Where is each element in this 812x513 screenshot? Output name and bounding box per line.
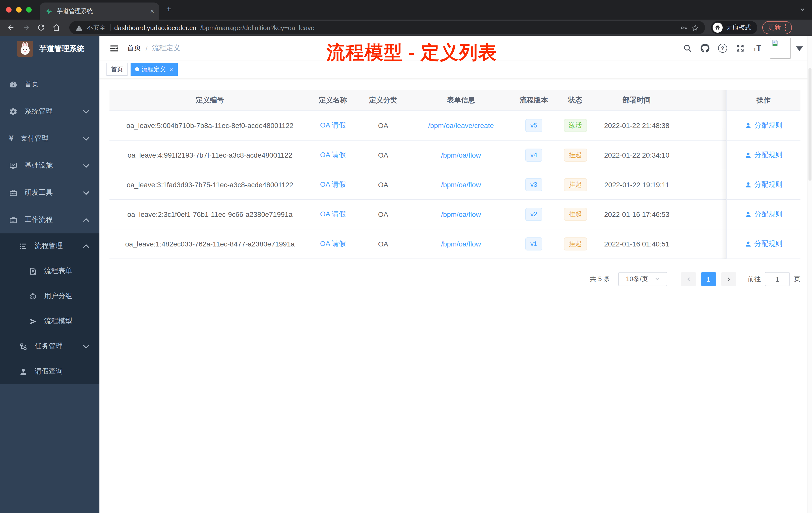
form-icon: [29, 267, 37, 275]
sidebar-item-label: 用户分组: [44, 292, 90, 301]
app-logo[interactable]: 芋道管理系统: [0, 36, 99, 62]
font-size-icon[interactable]: TT: [753, 44, 761, 52]
assign-rule-link[interactable]: 分配规则: [745, 239, 782, 248]
tag-active[interactable]: 流程定义×: [130, 63, 177, 76]
form-link[interactable]: /bpm/oa/flow: [441, 240, 481, 248]
search-icon[interactable]: [683, 44, 692, 53]
security-warning-icon[interactable]: [75, 24, 83, 31]
definition-name-link[interactable]: OA 请假: [320, 239, 346, 248]
definition-name-link[interactable]: OA 请假: [320, 180, 346, 189]
sidebar-item-label: 研发工具: [25, 188, 82, 197]
navbar-actions: ? TT: [683, 38, 804, 59]
next-page-button[interactable]: [721, 272, 736, 286]
sidebar-item-workflow[interactable]: 工作流程: [0, 206, 99, 233]
browser-tab[interactable]: 芋道管理系统 ×: [40, 2, 159, 20]
sidebar-item-leave-query[interactable]: 请假查询: [0, 359, 99, 384]
tag-close-icon[interactable]: ×: [169, 66, 173, 72]
scrollbar-thumb[interactable]: [809, 68, 812, 181]
cell-status: 挂起: [556, 200, 594, 229]
back-icon[interactable]: [7, 24, 15, 32]
page-scrollbar[interactable]: [808, 36, 812, 513]
assign-rule-link[interactable]: 分配规则: [745, 210, 782, 219]
form-link[interactable]: /bpm/oa/flow: [441, 151, 481, 159]
form-link[interactable]: /bpm/oa/flow: [441, 181, 481, 189]
cell-definition-name: OA 请假: [310, 141, 355, 170]
reload-icon[interactable]: [37, 24, 45, 32]
assign-rule-link[interactable]: 分配规则: [745, 121, 782, 130]
main-area: 首页 / 流程定义 ? TT: [99, 36, 812, 513]
sidebar-item-devtools[interactable]: 研发工具: [0, 179, 99, 206]
assign-rule-link[interactable]: 分配规则: [745, 180, 782, 189]
cell-deploy-time: 2022-01-16 01:40:51: [594, 230, 726, 259]
dashboard-icon: [9, 80, 18, 89]
password-key-icon[interactable]: [680, 24, 688, 31]
status-badge: 挂起: [564, 178, 587, 191]
page-number-button[interactable]: 1: [701, 272, 716, 286]
tab-search-chevron-icon[interactable]: [800, 6, 806, 12]
send-icon: [29, 317, 37, 326]
chevron-down-icon: [82, 107, 90, 116]
url-bar[interactable]: 不安全 dashboard.yudao.iocoder.cn/bpm/manag…: [69, 21, 705, 34]
breadcrumb-current: 流程定义: [152, 44, 180, 53]
goto-page-input[interactable]: [765, 272, 790, 286]
window-zoom-button[interactable]: [26, 7, 32, 12]
user-icon: [745, 211, 752, 218]
sidebar-item-home[interactable]: 首页: [0, 71, 99, 98]
form-link[interactable]: /bpm/oa/leave/create: [428, 121, 494, 129]
definition-name-link[interactable]: OA 请假: [320, 210, 346, 219]
cell-action: 分配规则: [726, 141, 801, 170]
browser-tab-strip: 芋道管理系统 × +: [0, 0, 812, 20]
cell-deploy-time: 2022-01-16 17:46:53: [594, 200, 726, 229]
tag-inactive[interactable]: 首页: [107, 63, 127, 76]
table-row: oa_leave:5:004b710b-7b8a-11ec-8ef0-acde4…: [110, 111, 801, 141]
table-body: oa_leave:5:004b710b-7b8a-11ec-8ef0-acde4…: [110, 111, 801, 259]
sidebar-item-payment[interactable]: ¥支付管理: [0, 125, 99, 152]
cell-category: OA: [355, 200, 411, 229]
incognito-badge: 无痕模式: [711, 21, 757, 34]
cell-deploy-time: 2022-01-22 19:19:11: [594, 170, 726, 199]
github-icon[interactable]: [700, 44, 709, 53]
sidebar-item-process-form[interactable]: 流程表单: [0, 259, 99, 283]
avatar-caret-down-icon[interactable]: [795, 44, 804, 53]
url-host: dashboard.yudao.iocoder.cn: [114, 24, 196, 31]
annotation-overlay: 流程模型 - 定义列表: [326, 40, 497, 65]
cell-status: 挂起: [556, 170, 594, 199]
table-header-row: 定义编号定义名称定义分类表单信息流程版本状态部署时间操作: [110, 90, 801, 111]
cell-form-info: /bpm/oa/flow: [411, 230, 511, 259]
user-icon: [745, 152, 752, 159]
sidebar-item-task-manage[interactable]: 任务管理: [0, 334, 99, 359]
sidebar-item-process-model[interactable]: 流程模型: [0, 309, 99, 334]
pagination-total: 共 5 条: [590, 275, 610, 283]
breadcrumb-home[interactable]: 首页: [127, 44, 141, 53]
hamburger-icon[interactable]: [110, 43, 119, 53]
sidebar-item-system[interactable]: 系统管理: [0, 98, 99, 125]
page-size-select[interactable]: 10条/页: [618, 272, 667, 286]
browser-menu-kebab-icon[interactable]: [784, 24, 786, 31]
help-icon[interactable]: ?: [718, 44, 727, 53]
sidebar-item-process-manage[interactable]: 流程管理: [0, 233, 99, 259]
sidebar-item-infra[interactable]: 基础设施: [0, 152, 99, 179]
new-tab-button[interactable]: +: [166, 4, 172, 14]
version-badge: v2: [525, 208, 542, 221]
browser-update-button[interactable]: 更新: [762, 21, 792, 34]
home-icon[interactable]: [52, 24, 60, 32]
form-link[interactable]: /bpm/oa/flow: [441, 210, 481, 218]
fullscreen-icon[interactable]: [736, 44, 745, 53]
page-content: 定义编号定义名称定义分类表单信息流程版本状态部署时间操作 oa_leave:5:…: [99, 78, 812, 286]
avatar-broken-image[interactable]: [770, 38, 791, 59]
window-minimize-button[interactable]: [16, 7, 22, 12]
definition-name-link[interactable]: OA 请假: [320, 121, 346, 130]
tab-close-icon[interactable]: ×: [150, 7, 154, 14]
sidebar-item-user-group[interactable]: 用户分组: [0, 283, 99, 309]
update-label: 更新: [768, 23, 781, 32]
window-close-button[interactable]: [6, 7, 11, 12]
user-avatar-menu[interactable]: [770, 38, 804, 59]
sidebar: 芋道管理系统 首页系统管理¥支付管理基础设施研发工具工作流程流程管理流程表单用户…: [0, 36, 99, 513]
table-row: oa_leave:1:482ec033-762a-11ec-8477-a2380…: [110, 230, 801, 259]
prev-page-button[interactable]: [681, 272, 696, 286]
bookmark-star-icon[interactable]: [692, 24, 699, 31]
forward-icon[interactable]: [22, 24, 30, 32]
assign-rule-link[interactable]: 分配规则: [745, 151, 782, 160]
definitions-table: 定义编号定义名称定义分类表单信息流程版本状态部署时间操作 oa_leave:5:…: [110, 90, 801, 259]
definition-name-link[interactable]: OA 请假: [320, 151, 346, 160]
